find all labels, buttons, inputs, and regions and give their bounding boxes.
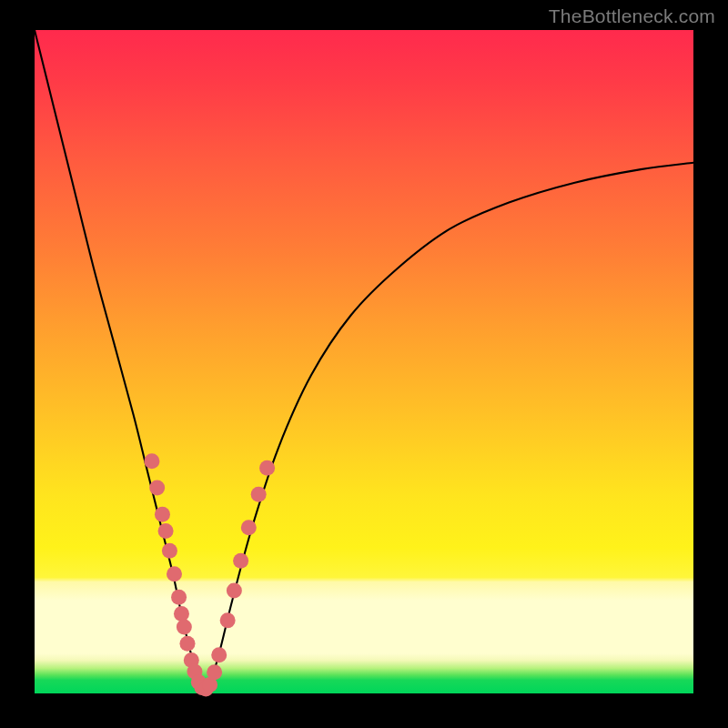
sample-dot bbox=[149, 480, 165, 496]
sample-dots bbox=[144, 453, 275, 696]
plot-area bbox=[35, 30, 693, 693]
sample-dot bbox=[158, 523, 174, 539]
sample-dot bbox=[177, 620, 192, 635]
sample-dot bbox=[241, 520, 257, 535]
bottleneck-curve bbox=[35, 30, 693, 691]
chart-frame: TheBottleneck.com bbox=[0, 0, 728, 728]
sample-dot bbox=[211, 647, 227, 662]
sample-dot bbox=[174, 606, 189, 622]
sample-dot bbox=[220, 612, 236, 628]
sample-dot bbox=[144, 453, 159, 469]
sample-dot bbox=[167, 566, 182, 581]
sample-dot bbox=[171, 590, 187, 605]
sample-dot bbox=[251, 487, 267, 502]
sample-dot bbox=[155, 507, 170, 522]
sample-dot bbox=[162, 543, 177, 559]
sample-dot bbox=[179, 636, 195, 652]
sample-dot bbox=[259, 460, 275, 476]
sample-dot bbox=[207, 664, 222, 680]
sample-dot bbox=[227, 583, 242, 599]
watermark-text: TheBottleneck.com bbox=[549, 5, 715, 27]
sample-dot bbox=[233, 553, 248, 569]
curve-svg bbox=[35, 30, 693, 693]
